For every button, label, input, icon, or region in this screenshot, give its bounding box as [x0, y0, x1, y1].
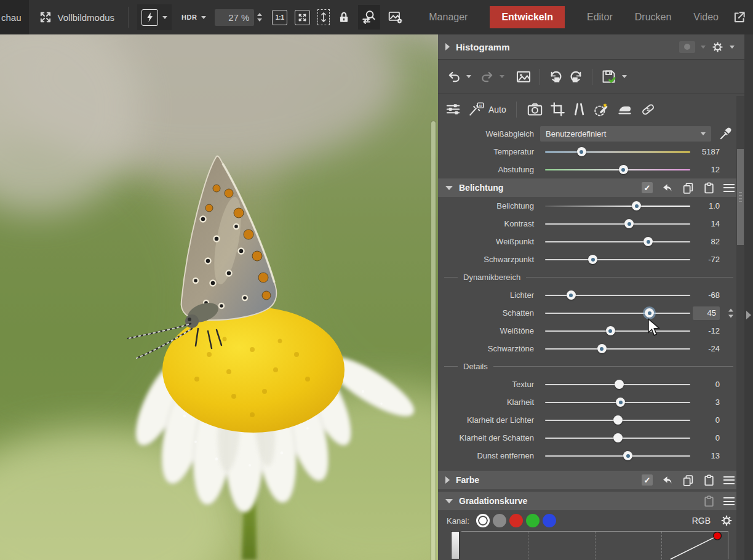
gear-icon[interactable] [711, 41, 724, 54]
slider-track-klarheit[interactable] [545, 393, 690, 411]
lock-zoom-button[interactable] [337, 7, 351, 27]
slider-thumb-klarheit-schatten[interactable] [613, 433, 623, 442]
flash-dropdown-caret[interactable] [162, 16, 167, 19]
zoom-level-input[interactable]: 27 % [215, 9, 254, 26]
slider-value-schatten[interactable]: 45 [693, 306, 720, 320]
rotate-right-icon[interactable] [568, 69, 584, 84]
slider-track-schwarztoene[interactable] [545, 340, 690, 358]
channel-blue[interactable] [543, 514, 556, 527]
preview-vertical-scrollbar[interactable] [431, 121, 436, 560]
slider-track-klarheit-schatten[interactable] [545, 429, 690, 447]
slider-track-schatten[interactable] [545, 304, 690, 322]
image-icon[interactable] [516, 69, 532, 85]
reset-icon[interactable] [661, 182, 674, 194]
adjustments-icon[interactable] [445, 102, 461, 117]
slider-track-dunst-entfernen[interactable] [545, 447, 690, 465]
spin-down-icon[interactable] [728, 314, 733, 318]
channel-gray[interactable] [493, 514, 506, 527]
panel-scrollbar-track[interactable] [736, 96, 744, 560]
slider-thumb-temperatur[interactable] [577, 147, 586, 156]
slider-track-textur[interactable] [545, 375, 690, 393]
save-icon[interactable] [600, 68, 617, 85]
histogram-collapse-icon[interactable] [445, 43, 450, 50]
module-tab-entwickeln[interactable]: Entwickeln [490, 6, 565, 28]
copy-icon[interactable] [682, 182, 695, 194]
reset-icon[interactable] [661, 474, 674, 487]
image-preview-canvas[interactable] [0, 34, 438, 560]
zoom-1-1-button[interactable]: 1:1 [272, 7, 287, 27]
curve-gear-icon[interactable] [720, 514, 733, 527]
slider-thumb-kontrast[interactable] [624, 219, 634, 228]
healing-icon[interactable] [640, 102, 656, 118]
slider-track-weisspunkt[interactable] [545, 233, 690, 250]
slider-thumb-weisstoene[interactable] [606, 326, 615, 335]
panel-scrollbar-thumb[interactable] [737, 149, 744, 245]
histogram-overlay-button[interactable] [679, 41, 695, 53]
camera-icon[interactable] [527, 102, 543, 117]
slider-thumb-klarheit[interactable] [616, 398, 625, 407]
white-balance-select[interactable]: Benutzerdefiniert [540, 126, 711, 142]
panel-collapse-arrow-icon[interactable] [746, 311, 751, 319]
exposure-section-header[interactable]: Belichtung ✓ [438, 178, 744, 197]
exposure-collapse-icon[interactable] [445, 186, 453, 190]
panel-collapse-strip[interactable] [744, 34, 753, 560]
slider-thumb-klarheit-lichter[interactable] [613, 415, 623, 425]
local-edits-icon[interactable] [592, 102, 610, 118]
straighten-icon[interactable] [572, 102, 586, 117]
curve-plot[interactable] [461, 531, 728, 559]
curve-section-header[interactable]: Gradationskurve [438, 492, 744, 510]
slider-thumb-textur[interactable] [615, 380, 624, 389]
slider-track-klarheit-lichter[interactable] [545, 411, 690, 429]
preview-tab-button[interactable]: chau [0, 0, 29, 34]
exposure-enabled-checkbox[interactable]: ✓ [642, 182, 653, 193]
channel-white-selected[interactable] [476, 514, 490, 527]
slider-track-kontrast[interactable] [545, 215, 690, 233]
paste-icon[interactable] [703, 182, 715, 194]
paste-icon[interactable] [703, 474, 715, 487]
channel-green[interactable] [526, 514, 540, 527]
auto-enhance-button[interactable]: AI Auto [468, 102, 506, 118]
slider-value-spinbox-schatten[interactable]: 45 [690, 306, 720, 320]
zoom-spin-down-icon[interactable] [257, 18, 262, 22]
channel-red[interactable] [509, 514, 523, 527]
slider-thumb-schwarztoene[interactable] [597, 344, 607, 353]
slider-track-temperatur[interactable] [545, 143, 690, 161]
slider-thumb-schwarzpunkt[interactable] [588, 255, 597, 264]
gradient-icon[interactable] [616, 102, 633, 117]
slider-track-schwarzpunkt[interactable] [545, 250, 690, 268]
slider-thumb-schatten[interactable] [645, 308, 654, 318]
slider-thumb-lichter[interactable] [567, 290, 576, 300]
slider-thumb-dunst-entfernen[interactable] [623, 451, 632, 460]
redo-icon[interactable] [480, 70, 495, 84]
preview-settings-button[interactable] [388, 7, 404, 27]
redo-dropdown-caret[interactable] [500, 75, 504, 78]
curve-menu-icon[interactable] [723, 497, 735, 505]
paste-icon[interactable] [703, 495, 715, 508]
zoom-spinner[interactable] [257, 13, 262, 22]
spin-arrows[interactable] [728, 308, 733, 318]
tone-curve-editor[interactable] [438, 531, 744, 556]
slider-thumb-abstufung[interactable] [619, 165, 628, 174]
eyedropper-icon[interactable] [719, 126, 733, 141]
curve-collapse-icon[interactable] [445, 499, 453, 503]
compare-view-button[interactable] [358, 5, 380, 30]
histogram-settings-caret[interactable] [730, 46, 735, 49]
color-collapse-icon[interactable] [445, 476, 450, 484]
undo-dropdown-caret[interactable] [466, 75, 471, 78]
save-dropdown-caret[interactable] [622, 75, 627, 78]
fullscreen-button[interactable]: Vollbildmodus [29, 0, 125, 34]
fit-to-screen-button[interactable] [295, 7, 310, 27]
module-tab-drucken[interactable]: Drucken [635, 12, 672, 23]
fit-height-button[interactable] [317, 7, 330, 27]
flash-tool-group[interactable] [137, 4, 172, 30]
slider-thumb-belichtung[interactable] [632, 201, 641, 210]
crop-icon[interactable] [550, 102, 565, 117]
slider-track-weisstoene[interactable] [545, 322, 690, 340]
module-tab-editor[interactable]: Editor [587, 12, 613, 23]
hdr-dropdown-caret[interactable] [201, 16, 206, 19]
histogram-section-header[interactable]: Histogramm [438, 34, 744, 59]
histogram-overlay-caret[interactable] [701, 46, 706, 49]
hdr-button[interactable]: HDR [181, 14, 197, 21]
color-section-header[interactable]: Farbe ✓ [438, 471, 744, 489]
color-enabled-checkbox[interactable]: ✓ [642, 474, 653, 486]
